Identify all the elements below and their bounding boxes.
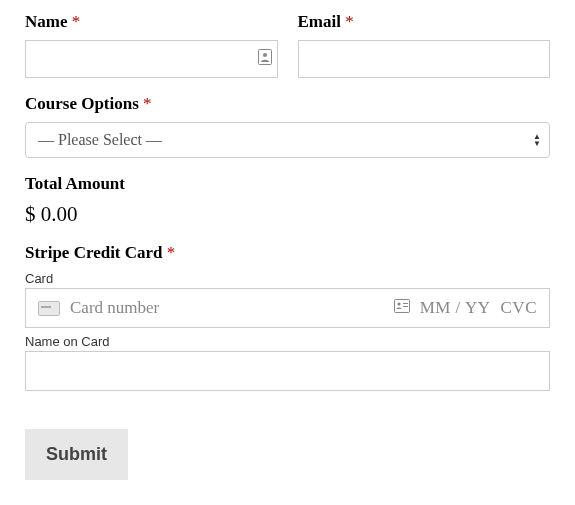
autofill-icon	[258, 49, 272, 69]
svg-rect-5	[403, 306, 408, 307]
svg-point-1	[263, 53, 267, 57]
label-total: Total Amount	[25, 174, 550, 194]
card-input-row[interactable]: Card number MM / YY CVC	[25, 288, 550, 328]
required-course: *	[143, 94, 152, 113]
svg-rect-4	[403, 303, 408, 304]
required-stripe: *	[167, 243, 176, 262]
label-stripe: Stripe Credit Card *	[25, 243, 550, 263]
total-amount-value: $ 0.00	[25, 202, 550, 227]
field-course: Course Options * — Please Select — ▲▼	[25, 94, 550, 158]
label-email-text: Email	[298, 12, 341, 31]
card-number-placeholder: Card number	[70, 298, 384, 318]
label-stripe-text: Stripe Credit Card	[25, 243, 163, 262]
field-stripe: Stripe Credit Card * Card Card number MM…	[25, 243, 550, 391]
row-name-email: Name * Email *	[25, 12, 550, 78]
course-select[interactable]: — Please Select — ▲▼	[25, 122, 550, 158]
label-course: Course Options *	[25, 94, 550, 114]
sublabel-name-on-card: Name on Card	[25, 334, 550, 349]
label-name: Name *	[25, 12, 278, 32]
label-name-text: Name	[25, 12, 67, 31]
select-arrows-icon: ▲▼	[533, 133, 541, 147]
name-input[interactable]	[25, 40, 278, 78]
svg-point-3	[397, 302, 400, 305]
card-autofill-icon	[394, 299, 410, 317]
label-course-text: Course Options	[25, 94, 139, 113]
field-email: Email *	[298, 12, 551, 78]
expiry-placeholder: MM / YY	[420, 298, 491, 318]
required-name: *	[72, 12, 81, 31]
cvc-placeholder: CVC	[501, 298, 537, 318]
submit-button[interactable]: Submit	[25, 429, 128, 480]
required-email: *	[345, 12, 354, 31]
field-total: Total Amount $ 0.00	[25, 174, 550, 227]
card-icon	[38, 301, 60, 316]
name-on-card-input[interactable]	[25, 351, 550, 391]
email-input[interactable]	[298, 40, 551, 78]
course-selected: — Please Select —	[38, 131, 162, 149]
field-name: Name *	[25, 12, 278, 78]
sublabel-card: Card	[25, 271, 550, 286]
label-email: Email *	[298, 12, 551, 32]
name-input-wrap	[25, 40, 278, 78]
